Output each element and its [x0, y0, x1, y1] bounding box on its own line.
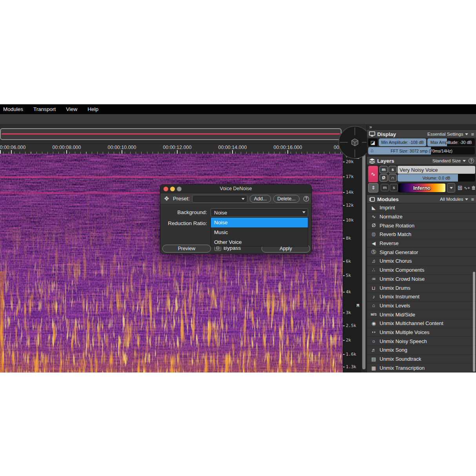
time-label: 00:00:06.000: [0, 145, 26, 150]
unmix-multiple-voices-icon: ◖◗: [369, 330, 378, 334]
unmix-soundtrack-icon: ▤: [369, 356, 378, 362]
menu-help[interactable]: Help: [87, 106, 98, 112]
time-label: 00:00:08.000: [53, 145, 81, 150]
module-row[interactable]: ♒Unmix Crowd Noise: [367, 275, 476, 284]
dropdown-option-other-voice[interactable]: Other Voice: [211, 237, 308, 247]
chevron-down-icon: [465, 133, 468, 135]
overview-waveform-line: [2, 133, 340, 134]
module-row[interactable]: ØPhase Rotation: [367, 221, 476, 230]
layer-row[interactable]: ∿ m s Very Noisy Voice Ø ∩ Volume: 0.0 d…: [368, 166, 475, 182]
module-row[interactable]: ∿Normalize: [367, 213, 476, 222]
layer-mute-button[interactable]: m: [380, 166, 388, 173]
module-row[interactable]: M/SUnmix Mid/Side: [367, 310, 476, 319]
layer-volume-slider[interactable]: Volume: 0.0 dB Volume: 0.0 dB: [398, 174, 475, 182]
dialog-title: Voice DeNoise: [160, 186, 311, 191]
time-label: 00:00:14.000: [218, 145, 247, 150]
colormap-select[interactable]: Inferno: [398, 183, 446, 193]
panel-collapse-button[interactable]: »: [369, 124, 371, 130]
fft-size-slider[interactable]: ⌂ FFT Size: 3072 smp (70ms/14Hz) FFT Siz…: [368, 147, 475, 154]
display-panel-title: Display: [377, 131, 396, 137]
imprint-icon: ◣: [369, 205, 378, 211]
menu-transport[interactable]: Transport: [33, 106, 56, 112]
module-row[interactable]: ⊔Unmix Drums: [367, 283, 476, 293]
background-select[interactable]: Noise: [211, 208, 308, 217]
background-dropdown-menu: Noise Music Other Voice: [211, 217, 308, 247]
trash-icon[interactable]: 🗑: [471, 184, 476, 192]
unmix-chorus-icon: ♫: [369, 258, 378, 264]
modules-scrollbar-thumb[interactable]: [473, 272, 475, 372]
unmix-multichannel-content-icon: ◉: [369, 320, 378, 326]
frequency-axis[interactable]: ▼ Hz 20k 17k 14k 12k 10k 8k 6k 5k 4k M 3…: [343, 154, 361, 372]
reverse-icon: ◀: [369, 240, 378, 246]
module-row[interactable]: ▤Unmix Soundtrack: [367, 355, 476, 364]
freq-tick: 14k: [343, 190, 354, 195]
layer-envelope-button[interactable]: ∩: [389, 174, 397, 182]
freq-tick: 20k: [343, 159, 354, 165]
unmix-levels-icon: ⌂: [369, 303, 378, 308]
display-panel-header[interactable]: Display Essential Settings ≡: [367, 130, 476, 138]
dialog-help-button[interactable]: ?: [303, 196, 309, 202]
global-solo-button[interactable]: s: [390, 184, 398, 191]
module-row[interactable]: ∴Unmix Components: [367, 266, 476, 275]
amplitude-settings-button[interactable]: ◪: [368, 138, 378, 146]
module-row[interactable]: ⓈSignal Generator: [367, 248, 476, 257]
module-row[interactable]: ♬Unmix Song: [367, 346, 476, 355]
chevron-down-icon: [302, 211, 305, 213]
signal-generator-icon: Ⓢ: [369, 249, 378, 256]
overview-bar[interactable]: [0, 125, 367, 144]
module-row[interactable]: ⌂Unmix Levels: [367, 302, 476, 311]
dialog-titlebar[interactable]: Voice DeNoise: [160, 185, 311, 193]
module-row[interactable]: ◣Imprint: [367, 203, 476, 213]
module-row[interactable]: ◉Unmix Multichannel Content: [367, 319, 476, 328]
modules-panel-header[interactable]: Modules All Modules ≡: [367, 195, 476, 203]
preview-button[interactable]: Preview: [162, 245, 211, 253]
vertical-scrollbar[interactable]: [361, 154, 367, 372]
module-row[interactable]: ◖◗Unmix Multiple Voices: [367, 328, 476, 337]
modules-filter-select[interactable]: All Modules: [440, 197, 468, 202]
display-settings-select[interactable]: Essential Settings: [427, 132, 468, 136]
compress-layers-button[interactable]: ⇕: [368, 183, 378, 193]
layer-solo-button[interactable]: s: [389, 166, 397, 173]
new-layer-icon[interactable]: ⊞: [458, 184, 463, 192]
right-panel: » Display Essential Settings ≡ ◪: [367, 125, 476, 372]
preset-select[interactable]: [192, 195, 248, 203]
freq-tick: 3k: [343, 310, 351, 316]
layer-color-swatch[interactable]: ∿: [368, 166, 378, 182]
menu-bar: Modules Transport View Help: [0, 104, 476, 114]
layer-phase-button[interactable]: Ø: [380, 174, 388, 182]
colormap-caret-button[interactable]: [447, 183, 455, 193]
module-row[interactable]: ▦Unmix Transcription: [367, 363, 476, 372]
menu-view[interactable]: View: [66, 106, 77, 112]
freq-tick: 17k: [343, 174, 354, 180]
unmix-drums-icon: ⊔: [369, 285, 378, 291]
freq-tick: 1.3k: [343, 364, 356, 370]
delete-preset-button[interactable]: Delete...: [273, 195, 300, 203]
module-row[interactable]: ☼Unmix Noisy Speech: [367, 337, 476, 346]
min-amplitude-slider[interactable]: Min Amplitude: -108 dB Min Amplitude: -1…: [379, 138, 426, 146]
max-amplitude-slider[interactable]: Max Amplitude: -30 dB Max Amplitude: -30…: [427, 138, 475, 146]
menu-modules[interactable]: Modules: [3, 106, 23, 112]
global-mute-button[interactable]: m: [381, 184, 389, 191]
overview-range-box[interactable]: [0, 128, 342, 140]
layer-size-select[interactable]: Standard Size: [432, 158, 466, 163]
dropdown-option-music[interactable]: Music: [211, 227, 308, 237]
time-ruler[interactable]: 00:00:06.000 00:00:08.000 00:00:10.000 0…: [0, 144, 367, 154]
vertical-scrollbar-thumb[interactable]: [362, 154, 365, 369]
extract-layer-icon[interactable]: ∿+: [464, 184, 470, 192]
layers-panel-header[interactable]: Layers Standard Size ?: [367, 157, 476, 165]
modules-menu-icon[interactable]: ≡: [471, 196, 474, 202]
module-row[interactable]: ♪Unmix Instrument: [367, 293, 476, 302]
layer-name[interactable]: Very Noisy Voice: [398, 166, 475, 174]
module-row[interactable]: ♫Unmix Chorus: [367, 257, 476, 266]
app-window: Modules Transport View Help 00:00:06.000…: [0, 104, 476, 372]
layers-help-button[interactable]: ?: [469, 158, 474, 164]
module-row[interactable]: (|)Reverb Match: [367, 230, 476, 239]
reverb-match-icon: (|): [369, 232, 378, 236]
dropdown-option-noise[interactable]: Noise: [211, 218, 308, 227]
display-menu-icon[interactable]: ≡: [471, 131, 474, 137]
preset-icon: ❖: [163, 195, 171, 202]
chevron-down-icon: [242, 198, 245, 200]
module-row[interactable]: ◀Reverse: [367, 239, 476, 248]
add-preset-button[interactable]: Add...: [250, 195, 271, 203]
phase-rotation-icon: Ø: [369, 223, 378, 228]
